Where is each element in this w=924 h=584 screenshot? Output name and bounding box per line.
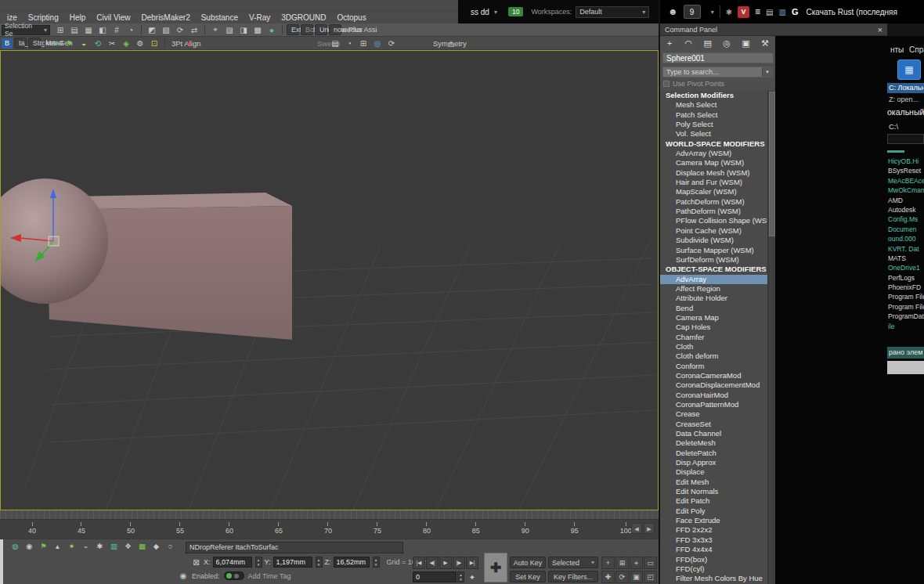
modifier-list-item[interactable]: FFD(cyl) [660, 564, 767, 574]
globe-icon[interactable]: ◍ [9, 542, 21, 550]
modifier-list-item[interactable]: CoronaCameraMod [660, 371, 767, 380]
modifier-list-item[interactable]: Point Cache (WSM) [660, 226, 767, 236]
modifier-list-item[interactable]: PathDeform (WSM) [660, 207, 767, 216]
menu-debrismaker2[interactable]: DebrisMaker2 [135, 13, 195, 22]
modifier-list-item[interactable]: Attribute Holder [660, 294, 767, 303]
modifier-search-dropdown[interactable]: Type to search... ▾ [662, 67, 773, 78]
perspective-viewport[interactable]: z [0, 50, 659, 510]
record-dot-icon[interactable]: ● [183, 39, 196, 48]
user-count-badge[interactable]: 9 [684, 5, 701, 19]
modifier-list-item[interactable]: Selection Modifiers [660, 91, 767, 100]
modifier-list-item[interactable]: Cloth [660, 342, 767, 351]
list-icon[interactable]: ≡ [755, 6, 760, 17]
modifier-list-item[interactable]: CreaseSet [660, 420, 767, 429]
timeline-left-arrow[interactable]: ◀ [631, 523, 642, 534]
menu-civil-view[interactable]: Civil View [91, 13, 135, 22]
modifier-list-item[interactable]: OBJECT-SPACE MODIFIERS [660, 265, 767, 274]
toolbar-icon[interactable] [282, 25, 283, 34]
file-list-item[interactable]: ile [888, 322, 924, 331]
key-filter-set-dropdown[interactable]: Selected ▾ [548, 557, 598, 568]
orbit-icon[interactable]: ⟳ [615, 571, 629, 583]
uniconnector-button[interactable]: UniConnector [315, 24, 327, 35]
next-frame-button[interactable]: |▶ [453, 557, 465, 569]
hierarchy-tab-icon[interactable]: ▤ [702, 38, 714, 49]
modifier-list-item[interactable]: AdvArray [660, 275, 767, 284]
y-spinner[interactable] [316, 557, 323, 568]
curve-editor-icon[interactable]: ▧ [160, 26, 172, 34]
layer-manager-icon[interactable]: ◩ [146, 26, 158, 34]
file-list-item[interactable]: KVRT. Dat [888, 244, 924, 254]
display-tab-icon[interactable]: ▣ [740, 38, 753, 49]
render-frame-icon[interactable]: ▩ [251, 26, 264, 34]
modifier-list-item[interactable]: Face Extrude [660, 516, 767, 525]
modifier-list-item[interactable]: PFlow Collision Shape (WSM) [660, 216, 767, 225]
sphere-icon[interactable]: ◎ [371, 39, 384, 48]
modifier-list-item[interactable]: Surface Mapper (WSM) [660, 246, 767, 255]
modifier-list-item[interactable]: FFD(box) [660, 555, 767, 564]
modifier-list-item[interactable]: Conform [660, 362, 767, 371]
extendborders-button[interactable]: ExtendBorders [287, 24, 299, 35]
notebook-icon[interactable]: ▥ [779, 8, 786, 16]
modifier-list-item[interactable]: AdvArray (WSM) [660, 149, 767, 158]
modifier-list-item[interactable]: Vol. Select [660, 129, 767, 139]
modifier-list-scrollbar[interactable] [767, 91, 775, 584]
file-list-item[interactable]: Autodesk [888, 205, 924, 214]
move-cross-button[interactable]: ✚ [484, 553, 507, 582]
up-arrow-icon[interactable]: ▴ [52, 542, 63, 550]
maximize-viewport-icon[interactable]: ▣ [630, 571, 643, 583]
file-list-item[interactable]: HicyOB.Hi [888, 157, 924, 166]
timeline-right-arrow[interactable]: ▶ [644, 523, 655, 534]
go-to-end-button[interactable]: ▶| [466, 557, 478, 569]
z-coordinate-field[interactable] [334, 557, 370, 568]
align-icon[interactable]: ⌖ [209, 25, 222, 34]
modifier-list-item[interactable]: Crease [660, 409, 767, 419]
chevron-down-icon[interactable]: ▾ [494, 9, 497, 16]
pan-icon[interactable]: ✚ [601, 571, 615, 583]
modifier-list-item[interactable]: Cloth deform [660, 351, 767, 361]
explorer-tab-documents[interactable]: нты [890, 45, 904, 54]
toolbar-icon[interactable] [164, 38, 165, 48]
set-key-button[interactable]: Set Key [510, 571, 546, 582]
file-list-item[interactable]: PerfLogs [888, 273, 924, 283]
file-list-item[interactable]: ound.000 [888, 234, 924, 243]
menu-scripting[interactable]: Scripting [23, 13, 64, 22]
file-list-item[interactable]: Config.Ms [888, 214, 924, 224]
toolbar-grip[interactable] [0, 539, 3, 584]
material-editor-icon[interactable]: ▨ [223, 26, 236, 34]
render-setup-icon[interactable]: ◨ [237, 26, 250, 34]
toolbar-icon[interactable] [141, 25, 142, 34]
data-link-manager-button[interactable]: ta_Link_Mana [14, 38, 27, 49]
snap-toggle-icon[interactable]: # [110, 26, 123, 34]
enabled-toggle[interactable] [224, 571, 244, 580]
triangle-icon[interactable]: △ [445, 39, 457, 48]
modifier-list-item[interactable]: Affect Region [660, 284, 767, 294]
modifier-list-item[interactable]: CoronaDisplacementMod [660, 380, 767, 390]
file-list-item[interactable]: AMD [888, 196, 924, 205]
strokes-gen-button[interactable]: Strokes-Gen [28, 38, 41, 49]
pencil-icon[interactable]: ✎ [49, 39, 62, 48]
rotate-icon[interactable]: ⟳ [174, 26, 186, 34]
menu-customize[interactable]: ize [2, 13, 23, 22]
vray-icon[interactable]: V [738, 6, 749, 18]
previous-frame-button[interactable]: ◀| [426, 557, 439, 569]
circle-icon[interactable]: ○ [164, 542, 176, 550]
file-list-item[interactable]: OneDrive1 [888, 263, 924, 272]
modifier-list-item[interactable]: CoronaHairMod [660, 391, 767, 400]
sweep-button[interactable]: Sweep [315, 39, 327, 48]
paw-icon[interactable]: ✱ [726, 8, 732, 16]
modifier-list-item[interactable]: Hair and Fur (WSM) [660, 178, 767, 187]
scrollbar-thumb[interactable] [769, 92, 775, 236]
modifier-list-item[interactable]: Camera Map [660, 313, 767, 323]
chevron-down-icon[interactable]: ▾ [711, 9, 714, 16]
use-pivot-points-row[interactable]: Use Pivot Points [663, 80, 724, 88]
explorer-search-input[interactable] [887, 134, 924, 144]
modifier-list-item[interactable]: Poly Select [660, 120, 767, 129]
track-toggle-icon[interactable]: ◉ [179, 571, 188, 580]
target-icon[interactable]: ◉ [23, 542, 35, 550]
download-rust-text[interactable]: Скачать Rust (последняя [807, 8, 897, 16]
x-spinner[interactable] [255, 557, 262, 568]
selected-drive-label[interactable]: C: Локальн [887, 83, 924, 93]
now-plus-assist-button[interactable]: now Plus Assi [329, 24, 341, 35]
undo-icon[interactable]: ⟲ [92, 39, 104, 48]
gear-icon[interactable]: ⚙ [134, 39, 146, 48]
